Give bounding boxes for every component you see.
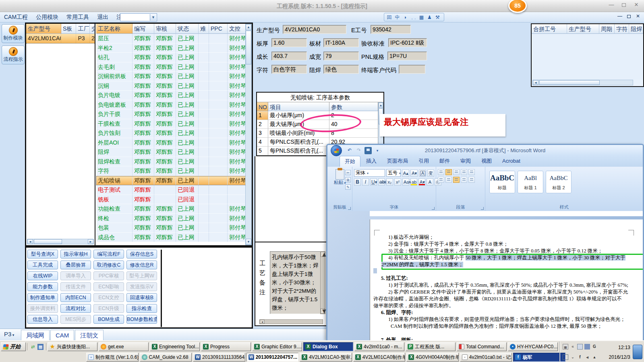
dialog-launcher-icon[interactable] xyxy=(432,207,435,210)
scroll-up-icon[interactable]: ▲ xyxy=(246,24,251,30)
scroll-down-icon[interactable]: ▼ xyxy=(321,308,325,314)
justify-icon[interactable] xyxy=(453,177,460,183)
ribbon-tab[interactable]: 邮件 xyxy=(435,156,455,167)
font-name-select[interactable]: 宋体 xyxy=(354,169,385,177)
change-case-icon[interactable]: Aa▾ xyxy=(402,178,409,186)
table-row[interactable]: 无铅喷锡 邓辉辉 邓辉辉 已上网 郭付琴 xyxy=(96,176,246,186)
decrease-indent-icon[interactable] xyxy=(461,169,467,175)
action-button[interactable]: MES同步 xyxy=(60,315,91,324)
table-row[interactable]: 字符 邓辉辉 邓辉辉 已上网 郭付琴 xyxy=(96,166,246,176)
tray-icon[interactable] xyxy=(592,344,597,350)
tray-icon[interactable] xyxy=(570,354,576,360)
minimize-icon[interactable]: — xyxy=(607,2,616,9)
ribbon-tab[interactable]: 视图 xyxy=(476,156,497,167)
ime-icon[interactable] xyxy=(410,14,417,21)
quick-launch-icon[interactable] xyxy=(37,344,43,350)
column-header[interactable]: 阻焊 xyxy=(629,24,643,34)
close-icon[interactable]: ✕ xyxy=(634,13,642,19)
action-button[interactable]: 发送指示V xyxy=(126,282,157,291)
ime-toolbar[interactable] xyxy=(384,13,444,21)
table-row[interactable]: 4V2LM01CA0 P3 2 xyxy=(26,34,95,43)
ribbon-tab[interactable]: Acrobat xyxy=(497,156,525,167)
column-header[interactable]: 工艺名称 xyxy=(96,24,133,34)
scrollbar-thumb[interactable] xyxy=(34,239,62,244)
column-header[interactable]: 字符 xyxy=(615,24,629,34)
superscript-icon[interactable]: x² xyxy=(394,178,401,186)
bold-icon[interactable]: B xyxy=(354,178,361,186)
strikethrough-icon[interactable]: abe xyxy=(378,178,385,186)
client-code-field[interactable] xyxy=(399,65,425,74)
action-button[interactable]: BOM参数检查 xyxy=(126,315,157,324)
shrink-font-icon[interactable]: A▾ xyxy=(410,170,418,177)
vertical-scrollbar[interactable]: ▲ ▼ xyxy=(320,251,325,314)
taskbar-button[interactable]: 2013091311133564... xyxy=(193,353,245,362)
italic-icon[interactable]: I xyxy=(362,178,369,186)
table-row[interactable]: 功能检查 邓辉辉 邓辉辉 已上网 郭付琴 xyxy=(96,204,246,214)
tray-icon[interactable] xyxy=(563,354,568,360)
action-button[interactable]: 制作通知单 xyxy=(27,293,58,302)
taskbar-button[interactable]: 4v2lm01ca0 - m... xyxy=(354,342,404,351)
dialog-launcher-icon[interactable] xyxy=(348,207,351,210)
scroll-up-icon[interactable]: ▲ xyxy=(321,252,325,257)
menu-item[interactable]: 退出 xyxy=(93,12,112,23)
table-row[interactable]: 铣板 邓辉辉 已回退 xyxy=(96,195,246,205)
scroll-right-icon[interactable]: ► xyxy=(88,239,93,244)
pnl-field[interactable]: 1P=7U xyxy=(387,52,427,60)
tray-icon[interactable] xyxy=(570,344,576,350)
menu-item[interactable]: 常用工具 xyxy=(62,12,93,23)
scrollbar-thumb[interactable] xyxy=(539,80,600,85)
material-field[interactable]: IT-180A xyxy=(323,38,359,47)
model-field[interactable]: 4V2LM01CA0 xyxy=(283,25,346,34)
clear-formatting-icon[interactable]: 🄰 xyxy=(419,170,426,177)
soldermask-field[interactable]: 绿色 xyxy=(323,65,359,74)
standard-field[interactable]: IPC-6012 Ⅱ级 xyxy=(388,38,427,47)
taskbar-button[interactable]: 20130912204757... xyxy=(246,353,299,362)
ribbon-tab[interactable]: 审阅 xyxy=(456,156,476,167)
horizontal-scrollbar[interactable]: ◄ xyxy=(259,319,323,324)
scroll-left-icon[interactable]: ◄ xyxy=(27,239,33,244)
vertical-scrollbar[interactable]: ▲ ▼ xyxy=(245,24,252,245)
subscript-icon[interactable]: x₂ xyxy=(386,178,393,186)
action-button[interactable]: ECN影响 xyxy=(93,282,124,291)
action-button[interactable]: 叠层验算 xyxy=(60,261,91,269)
highlight-color-icon[interactable]: ab xyxy=(410,178,417,186)
taskbar-button[interactable]: HY-HYCAM-PC0... xyxy=(508,342,558,351)
action-button[interactable]: 能力参数 xyxy=(27,282,58,291)
action-button[interactable]: PPC审核 xyxy=(93,271,124,280)
tray-icon[interactable] xyxy=(592,354,597,360)
table-row[interactable]: 去毛刺 邓辉辉 邓辉辉 已上网 郭付琴 xyxy=(96,62,246,72)
tray-icon[interactable] xyxy=(563,344,568,350)
taskbar-button[interactable]: Total Command... xyxy=(457,342,507,351)
table-row[interactable]: 层压 邓辉辉 邓辉辉 已上网 郭付琴 xyxy=(96,34,246,43)
column-header[interactable]: S板 xyxy=(61,24,77,34)
table-row[interactable]: 负片电镀 邓辉辉 邓辉辉 已上网 郭付琴 xyxy=(96,91,246,100)
sort-icon[interactable] xyxy=(468,177,475,183)
scroll-left-icon[interactable]: ◄ xyxy=(533,80,538,85)
char-shading-icon[interactable]: A xyxy=(427,178,433,186)
taskbar-button[interactable]: Engineering Tool... xyxy=(150,342,200,351)
column-header[interactable]: 审核 xyxy=(154,24,176,34)
document-area[interactable]: 1) 板边不允许漏铜；2) 金手指：镍厚大于等于.4 微米，金厚大于 0.8 微… xyxy=(327,211,643,340)
quick-launch-icon[interactable] xyxy=(30,344,36,350)
width-field[interactable]: 79 xyxy=(323,52,359,60)
ime-icon[interactable] xyxy=(434,14,441,21)
menu-item[interactable]: CAM工程 xyxy=(0,12,32,23)
table-row[interactable]: 阻焊检查 邓辉辉 邓辉辉 已上网 郭付琴 xyxy=(96,157,246,167)
table-row[interactable]: 负电镀磨板 邓辉辉 邓辉辉 已上网 郭付琴 xyxy=(96,100,246,110)
align-center-icon[interactable] xyxy=(445,177,452,183)
taskbar-button[interactable]: Dialog Box xyxy=(303,342,353,351)
table-row[interactable]: 钻孔 邓辉辉 邓辉辉 已上网 郭付琴 xyxy=(96,53,246,62)
action-button[interactable]: 流程对比 xyxy=(60,304,91,313)
action-button[interactable]: 内部ECN xyxy=(60,293,91,302)
ime-icon[interactable] xyxy=(418,14,425,21)
dialog-launcher-icon[interactable] xyxy=(481,207,484,210)
font-size-select[interactable]: 五号 xyxy=(386,169,401,177)
column-header[interactable]: NO xyxy=(257,102,268,111)
length-field[interactable]: 403.7 xyxy=(271,52,307,60)
numbering-icon[interactable] xyxy=(445,169,452,175)
increase-indent-icon[interactable] xyxy=(468,169,475,175)
restore-icon[interactable] xyxy=(627,15,631,18)
ribbon-tab[interactable]: 页面布局 xyxy=(382,156,413,167)
table-row[interactable]: 半检2 邓辉辉 邓辉辉 已上网 郭付琴 xyxy=(96,43,246,53)
sidebar-item-flow-indicator[interactable]: 流程指示 xyxy=(2,46,25,64)
